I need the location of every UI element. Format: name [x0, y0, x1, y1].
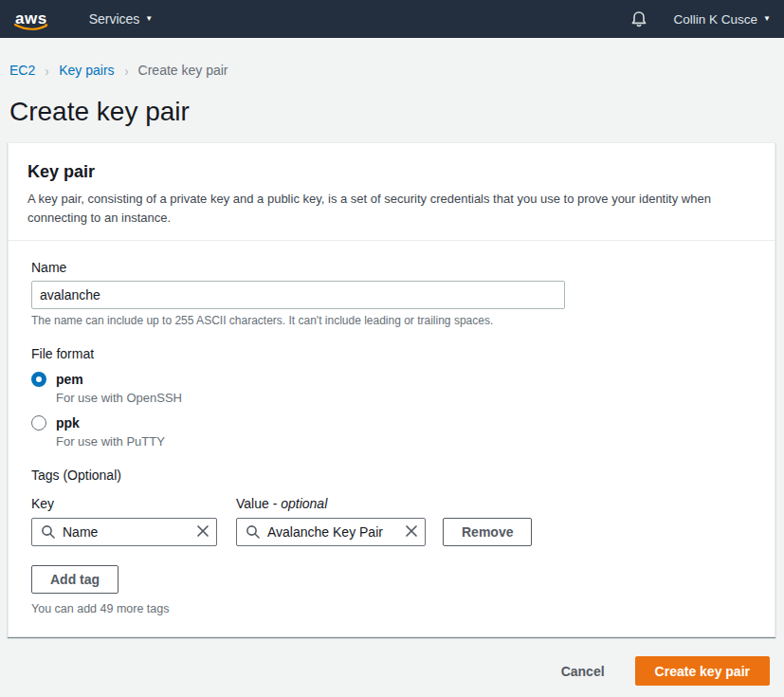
top-navigation-bar: aws Services ▼ Collin K Cusce ▼ — [0, 0, 784, 38]
aws-smile-icon — [13, 23, 49, 32]
radio-ppk-description: For use with PuTTY — [56, 434, 165, 449]
search-icon — [41, 524, 56, 540]
tag-value-input[interactable] — [237, 519, 425, 545]
tag-key-input[interactable] — [32, 519, 216, 545]
card-header: Key pair A key pair, consisting of a pri… — [9, 143, 775, 241]
tag-key-label: Key — [31, 496, 217, 511]
name-field-group: Name The name can include up to 255 ASCI… — [31, 260, 752, 327]
breadcrumb: EC2 › Key pairs › Create key pair — [0, 38, 784, 78]
radio-unselected-icon[interactable] — [31, 415, 46, 431]
add-tag-button[interactable]: Add tag — [31, 565, 119, 594]
breadcrumb-separator-icon: › — [46, 64, 49, 78]
tag-value-input-wrapper — [236, 518, 426, 546]
cancel-button[interactable]: Cancel — [559, 660, 607, 683]
bell-icon — [630, 10, 647, 28]
services-menu[interactable]: Services ▼ — [89, 11, 154, 27]
chevron-down-icon: ▼ — [763, 15, 771, 23]
tags-group: Tags (Optional) Key — [31, 468, 752, 615]
tag-value-column: Value - optional — [236, 496, 426, 546]
breadcrumb-separator-icon: › — [124, 64, 128, 78]
tag-value-label: Value - optional — [236, 496, 426, 511]
tag-key-input-wrapper — [31, 518, 217, 546]
radio-selected-icon[interactable] — [31, 372, 46, 387]
page-title: Create key pair — [9, 97, 776, 127]
name-field-label: Name — [31, 260, 752, 275]
services-label: Services — [89, 11, 140, 27]
radio-pem-description: For use with OpenSSH — [56, 391, 182, 405]
tag-value-label-optional: optional — [281, 496, 327, 511]
tag-limit-text: You can add 49 more tags — [31, 602, 752, 615]
notifications-bell-button[interactable] — [630, 10, 647, 28]
user-name: Collin K Cusce — [674, 12, 758, 27]
tag-value-label-text: Value - — [236, 496, 281, 511]
radio-option-pem[interactable]: pem For use with OpenSSH — [31, 371, 752, 405]
breadcrumb-link-key-pairs[interactable]: Key pairs — [59, 63, 114, 78]
close-icon — [195, 523, 210, 539]
user-account-menu[interactable]: Collin K Cusce ▼ — [674, 12, 771, 27]
key-pair-name-input[interactable] — [31, 281, 565, 309]
tag-key-column: Key — [31, 496, 217, 546]
name-field-helper-text: The name can include up to 255 ASCII cha… — [31, 314, 752, 327]
tag-value-clear-button[interactable] — [404, 523, 419, 539]
search-icon — [246, 524, 261, 540]
tag-key-clear-button[interactable] — [195, 523, 210, 539]
radio-option-text: ppk For use with PuTTY — [56, 414, 165, 449]
tags-label: Tags (Optional) — [31, 468, 752, 483]
radio-pem-label: pem — [56, 372, 83, 387]
close-icon — [404, 523, 419, 539]
radio-option-ppk[interactable]: ppk For use with PuTTY — [31, 414, 752, 449]
breadcrumb-current-page: Create key pair — [138, 63, 228, 78]
card-description: A key pair, consisting of a private key … — [27, 190, 756, 227]
chevron-down-icon: ▼ — [145, 15, 153, 23]
file-format-label: File format — [31, 346, 752, 361]
radio-ppk-label: ppk — [56, 415, 80, 431]
create-key-pair-button[interactable]: Create key pair — [635, 656, 770, 686]
aws-logo[interactable]: aws — [15, 10, 47, 28]
key-pair-card: Key pair A key pair, consisting of a pri… — [8, 142, 775, 637]
radio-option-text: pem For use with OpenSSH — [56, 371, 182, 405]
remove-tag-button[interactable]: Remove — [443, 518, 532, 546]
card-body: Name The name can include up to 255 ASCI… — [9, 241, 775, 636]
card-title: Key pair — [27, 162, 756, 182]
breadcrumb-link-ec2[interactable]: EC2 — [9, 63, 35, 78]
tag-row: Key — [31, 496, 752, 546]
footer-actions: Cancel Create key pair — [8, 656, 770, 686]
file-format-group: File format pem For use with OpenSSH ppk… — [31, 346, 752, 449]
